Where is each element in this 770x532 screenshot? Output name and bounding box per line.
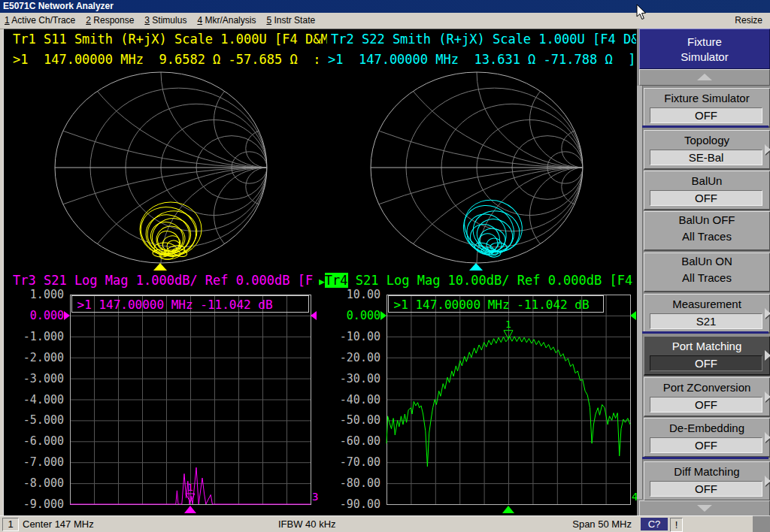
submenu-arrow-icon bbox=[765, 391, 770, 402]
trace1-marker-readout: >1 147.00000 MHz 9.6582 Ω -57.685 Ω : bbox=[13, 52, 327, 67]
active-trace-arrow-icon: ▶ bbox=[319, 276, 325, 287]
softkey-label: BalUn bbox=[644, 174, 769, 188]
softkey-separator bbox=[642, 457, 768, 459]
menu-items: 1 Active Ch/Trace2 Response3 Stimulus4 M… bbox=[5, 15, 315, 26]
softkey-scroll-up-button[interactable] bbox=[639, 69, 770, 86]
softkey-port-zconversion[interactable]: Port ZConversionOFF bbox=[644, 377, 770, 417]
submenu-arrow-icon bbox=[765, 350, 770, 361]
softkey-label: BalUn OFF bbox=[644, 212, 769, 228]
scroll-up-icon bbox=[697, 74, 712, 80]
softkey-diff-matching[interactable]: Diff MatchingOFF bbox=[644, 461, 770, 501]
trace4-header-rest: S21 Log Mag 10.00dB/ Ref 0.000dB [F4 bbox=[348, 273, 633, 288]
status-span: Span 50 MHz bbox=[526, 518, 632, 530]
scroll-down-icon bbox=[697, 505, 712, 512]
softkey-label: Topology bbox=[644, 133, 769, 147]
softkey-port-matching[interactable]: Port MatchingOFF bbox=[644, 336, 770, 376]
softkey-scroll-down-button[interactable] bbox=[639, 500, 770, 517]
softkey-label: Fixture Simulator bbox=[644, 91, 769, 105]
channel-number-box: 1 bbox=[2, 518, 19, 531]
softkey-value: OFF bbox=[650, 437, 762, 453]
status-bar: 1 Center 147 MHz IFBW 40 kHz Span 50 MHz… bbox=[0, 515, 753, 532]
menu-item-active-ch-trace[interactable]: 1 Active Ch/Trace bbox=[5, 15, 75, 26]
trace2-header[interactable]: Tr2 S22 Smith (R+jX) Scale 1.000U [F4 D&… bbox=[331, 32, 636, 47]
correction-status-badge: C? bbox=[641, 518, 668, 530]
softkey-label: Measurement bbox=[644, 297, 769, 311]
trace4-header[interactable]: ▶Tr4 S21 Log Mag 10.00dB/ Ref 0.000dB [F… bbox=[319, 273, 636, 288]
trace2-marker-readout: >1 147.00000 MHz 13.631 Ω -71.788 Ω ] bbox=[328, 52, 636, 67]
application-window: E5071C Network Analyzer 1 Active Ch/Trac… bbox=[0, 0, 770, 532]
status-ifbw: IFBW 40 kHz bbox=[278, 518, 336, 530]
window-title: E5071C Network Analyzer bbox=[3, 1, 114, 11]
menu-bar: 1 Active Ch/Trace2 Response3 Stimulus4 M… bbox=[0, 13, 770, 29]
mouse-cursor-icon bbox=[636, 5, 648, 21]
resize-button[interactable]: Resize bbox=[735, 15, 762, 26]
softkey-balun-off-all-traces[interactable]: BalUn OFFAll Traces bbox=[644, 211, 770, 251]
trace4-name: Tr4 bbox=[325, 273, 348, 288]
submenu-arrow-icon bbox=[765, 476, 770, 486]
softkey-balun-on-all-traces[interactable]: BalUn ONAll Traces bbox=[644, 252, 770, 292]
softkey-label: All Traces bbox=[644, 270, 769, 286]
softkey-menu-title: Fixture Simulator bbox=[639, 29, 770, 70]
submenu-arrow-icon bbox=[765, 432, 770, 443]
softkey-menu-title-line2: Simulator bbox=[640, 50, 769, 63]
softkey-label: All Traces bbox=[644, 228, 769, 245]
softkey-panel-bottom bbox=[753, 515, 770, 532]
softkey-de-embedding[interactable]: De-EmbeddingOFF bbox=[644, 418, 770, 458]
softkey-value: SE-Bal bbox=[650, 150, 762, 165]
menu-item-stimulus[interactable]: 3 Stimulus bbox=[144, 15, 186, 26]
menu-item-mkr-analysis[interactable]: 4 Mkr/Analysis bbox=[197, 15, 256, 26]
softkey-value: OFF bbox=[650, 481, 762, 497]
softkey-value: OFF bbox=[650, 397, 762, 413]
softkey-label: BalUn ON bbox=[644, 253, 769, 270]
softkey-label: Diff Matching bbox=[644, 464, 769, 479]
title-bar: E5071C Network Analyzer bbox=[0, 0, 770, 13]
softkey-label: Port ZConversion bbox=[644, 380, 769, 394]
submenu-arrow-icon bbox=[765, 308, 770, 319]
softkey-fixture-simulator[interactable]: Fixture SimulatorOFF bbox=[644, 88, 770, 128]
menu-item-instr-state[interactable]: 5 Instr State bbox=[266, 15, 315, 26]
warning-indicator: ! bbox=[670, 518, 683, 532]
softkey-separator bbox=[642, 331, 768, 334]
trace1-header[interactable]: Tr1 S11 Smith (R+jX) Scale 1.000U [F4 D&… bbox=[13, 32, 327, 47]
menu-item-response[interactable]: 2 Response bbox=[86, 15, 134, 26]
softkey-value: OFF bbox=[650, 107, 762, 123]
softkey-balun[interactable]: BalUnOFF bbox=[644, 171, 770, 210]
softkey-separator bbox=[642, 125, 768, 128]
softkey-value: S21 bbox=[650, 313, 762, 329]
softkey-scroll-gutter[interactable] bbox=[637, 86, 643, 499]
submenu-arrow-icon bbox=[765, 144, 770, 155]
softkey-topology[interactable]: TopologySE-Bal bbox=[644, 130, 770, 170]
status-center-frequency: Center 147 MHz bbox=[23, 518, 94, 530]
softkey-value: OFF bbox=[650, 190, 762, 206]
softkey-label: De-Embedding bbox=[644, 421, 769, 435]
softkey-value: OFF bbox=[650, 355, 762, 371]
softkey-menu-title-line1: Fixture bbox=[640, 35, 769, 48]
softkey-measurement[interactable]: MeasurementS21 bbox=[644, 294, 770, 334]
softkey-label: Port Matching bbox=[644, 339, 769, 353]
trace3-header[interactable]: Tr3 S21 Log Mag 1.000dB/ Ref 0.000dB [F4 bbox=[13, 273, 314, 288]
